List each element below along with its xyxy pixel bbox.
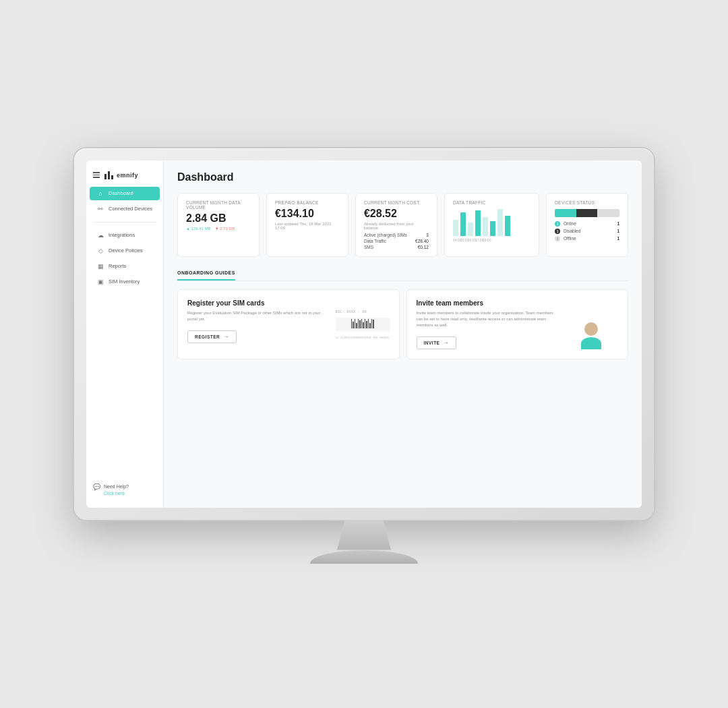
register-arrow-icon: →: [223, 334, 229, 340]
cost-row-sims: Active (charged) SIMs 3: [364, 233, 429, 237]
sidebar-item-sim-inventory[interactable]: ▣ SIM Inventory: [90, 275, 160, 289]
sidebar-item-connected-devices[interactable]: ⚯ Connected Devices: [90, 202, 160, 216]
invite-members-description: Invite team members to collaborate insid…: [417, 310, 558, 328]
disabled-label: Disabled: [564, 229, 613, 233]
cost-row-data: Data Traffic €28.40: [364, 239, 429, 243]
offline-count: 1: [617, 236, 619, 241]
home-icon: ⌂: [96, 190, 104, 197]
monitor-stand: [317, 520, 411, 574]
sidebar-help-footer[interactable]: 💬 Need Help? Click here: [86, 473, 163, 501]
disabled-dot: 1: [555, 229, 560, 234]
bar-3: [468, 223, 473, 236]
disabled-count: 1: [617, 229, 619, 233]
device-status-rows: 1 Online 1 1 Disabled 1: [555, 221, 619, 241]
data-traffic-card: Data Traffic: [444, 193, 539, 257]
register-sim-description: Register your Evaluation SIM Package or …: [187, 310, 329, 322]
logo-text: emnify: [117, 172, 138, 179]
cost-card: Current Month Cost €28.52 Already deduct…: [355, 193, 437, 257]
report-icon: ▦: [96, 263, 104, 270]
bar-8: [505, 216, 510, 236]
register-button[interactable]: REGISTER →: [187, 330, 237, 343]
status-offline-bar: [597, 209, 619, 217]
invite-button[interactable]: INVITE →: [417, 336, 456, 349]
bar-6: [490, 221, 495, 236]
section-tabs: ONBOARDING GUIDES: [177, 266, 628, 281]
guide-card-invite-members: Invite team members Invite team members …: [406, 289, 629, 359]
register-sim-content: Register your SIM cards Register your Ev…: [187, 299, 329, 349]
cost-label: Current Month Cost: [364, 200, 429, 205]
logo[interactable]: emnify: [86, 167, 163, 186]
data-up: ▲ 126.41 MB: [186, 227, 211, 231]
cost-value: €28.52: [364, 208, 429, 220]
monitor-frame: emnify ⌂ Dashboard ⚯ Connected Devices: [74, 148, 654, 520]
status-online-bar: [555, 209, 576, 217]
barcode-container: [336, 318, 390, 331]
monitor: emnify ⌂ Dashboard ⚯ Connected Devices: [74, 148, 654, 574]
register-sim-title: Register your SIM cards: [187, 299, 329, 307]
invite-arrow-icon: →: [443, 340, 449, 346]
devices-icon: ⚯: [96, 206, 104, 212]
person-head: [584, 322, 598, 336]
chat-icon: 💬: [93, 483, 100, 490]
tab-onboarding-guides[interactable]: ONBOARDING GUIDES: [177, 266, 235, 281]
sidebar: emnify ⌂ Dashboard ⚯ Connected Devices: [86, 160, 164, 508]
data-volume-card: Current Month Data Volume 2.84 GB ▲ 126.…: [177, 193, 260, 257]
cost-subtitle: Already deducted from your balance: [364, 222, 429, 230]
data-volume-meta: ▲ 126.41 MB ▼ 2.71 GB: [186, 227, 251, 231]
devices-label: Devices Status: [555, 200, 619, 205]
status-offline-item: 1 Offline 1: [555, 236, 619, 241]
invite-members-content: Invite team members Invite team members …: [417, 299, 558, 349]
data-traffic-label: Data Traffic: [453, 200, 530, 205]
offline-dot: 1: [555, 236, 560, 241]
sidebar-item-reports[interactable]: ▦ Reports: [90, 260, 160, 273]
devices-status-bar: [555, 209, 619, 217]
sidebar-secondary-nav: ☁ Integrations ◇ Device Policies ▦ Repor…: [86, 228, 163, 289]
data-volume-value: 2.84 GB: [186, 212, 251, 225]
status-disabled-bar: [576, 209, 598, 217]
prepaid-value: €134.10: [275, 208, 340, 220]
online-count: 1: [617, 221, 619, 226]
data-down: ▼ 2.71 GB: [215, 227, 235, 231]
bar-4: [475, 210, 481, 236]
barcode-number: CC 2249502200089019445 996 560065: [336, 336, 389, 339]
guide-card-register-sim: Register your SIM cards Register your Ev…: [177, 289, 400, 359]
shield-icon: ◇: [96, 247, 104, 254]
page-title: Dashboard: [177, 171, 628, 183]
cost-row-sms: SMS €0.12: [364, 245, 429, 249]
stand-neck: [337, 520, 391, 550]
guides-row: Register your SIM cards Register your Ev…: [177, 289, 628, 359]
prepaid-balance-card: Prepaid Balance €134.10 Last updated Thu…: [266, 193, 348, 257]
online-dot: 1: [555, 221, 560, 227]
bar-2: [460, 212, 466, 236]
main-content: Dashboard Current Month Data Volume 2.84…: [164, 160, 642, 508]
sidebar-item-device-policies[interactable]: ◇ Device Policies: [90, 244, 160, 258]
offline-label: Offline: [564, 236, 613, 241]
bar-1: [453, 220, 458, 236]
online-label: Online: [564, 221, 613, 226]
logo-bars: [104, 171, 113, 179]
logo-icon: [93, 171, 113, 179]
chart-x-labels: 14:00 15:00 16:00 17:00 18:00: [453, 238, 530, 242]
sim-id-text: BIC: XXXX - XX: [336, 309, 367, 314]
prepaid-subtitle: Last updated Thu, 18 Mar 2021 17:06: [275, 222, 340, 230]
person-body: [581, 337, 601, 349]
invite-members-title: Invite team members: [417, 299, 558, 307]
stand-base: [310, 550, 418, 564]
cost-rows: Active (charged) SIMs 3 Data Traffic €28…: [364, 233, 429, 249]
onboarding-section: ONBOARDING GUIDES Register your SIM card…: [177, 266, 628, 359]
data-volume-label: Current Month Data Volume: [186, 200, 251, 210]
sidebar-item-integrations[interactable]: ☁ Integrations: [90, 229, 160, 242]
prepaid-label: Prepaid Balance: [275, 200, 340, 205]
devices-status-card: Devices Status 1 Online 1: [546, 193, 628, 257]
barcode: [351, 320, 374, 328]
bar-7: [497, 209, 503, 236]
sim-illustration: BIC: XXXX - XX: [336, 299, 390, 349]
monitor-screen: emnify ⌂ Dashboard ⚯ Connected Devices: [86, 160, 642, 508]
sidebar-divider: [93, 222, 156, 223]
help-label: Need Help?: [104, 484, 129, 489]
click-here-link: Click here: [104, 491, 129, 496]
status-online-item: 1 Online 1: [555, 221, 619, 227]
status-disabled-item: 1 Disabled 1: [555, 229, 619, 234]
sidebar-item-dashboard[interactable]: ⌂ Dashboard: [90, 187, 160, 200]
cloud-icon: ☁: [96, 232, 104, 239]
